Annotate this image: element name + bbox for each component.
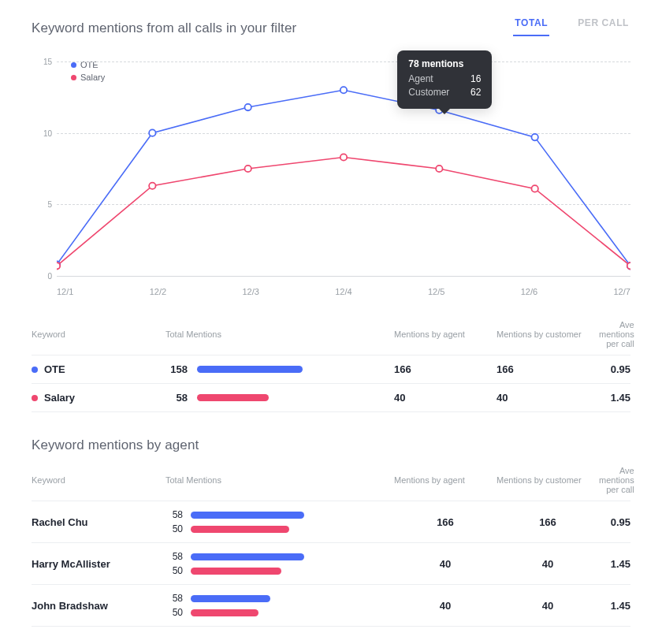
agent-pink-bar: [191, 568, 281, 575]
x-tick-label: 12/6: [521, 287, 537, 296]
chart-line-ote: [57, 90, 630, 266]
agent-avg: 0.95: [599, 516, 630, 528]
chart-point[interactable]: [436, 166, 442, 172]
table-row: Rachel Chu58501661660.95: [32, 501, 630, 543]
total-bar: [197, 366, 303, 373]
agent-blue-value: 58: [166, 593, 183, 604]
keyword-name: Salary: [44, 392, 75, 404]
y-tick-label: 0: [35, 272, 52, 281]
col-total-mentions: Total Mentions: [166, 329, 394, 339]
chart-point[interactable]: [57, 262, 60, 269]
keyword-table: Keyword Total Mentions Mentions by agent…: [32, 314, 630, 412]
x-tick-label: 12/7: [614, 287, 630, 296]
keyword-dot-icon: [32, 395, 38, 401]
tab-total[interactable]: TOTAL: [513, 17, 549, 36]
chart-line-salary: [57, 157, 630, 266]
col-avg: Ave mentions per call: [599, 320, 634, 348]
x-tick-label: 12/3: [243, 287, 259, 296]
agent-name: John Bradshaw: [32, 600, 108, 612]
agent-avg: 1.45: [599, 600, 630, 612]
total-value: 58: [166, 392, 188, 404]
agent-blue-bar: [191, 595, 270, 602]
tab-per-call[interactable]: PER CALL: [576, 17, 630, 36]
agent-pink-value: 50: [166, 523, 183, 534]
agent-section-title: Keyword mentions by agent: [32, 437, 630, 453]
col-avg: Ave mentions per call: [599, 466, 634, 494]
agent-blue-value: 58: [166, 509, 183, 520]
agent-blue-bar: [191, 512, 304, 519]
table-row: Salary5840401.45: [32, 384, 630, 412]
chart-point[interactable]: [627, 262, 630, 269]
keyword-name: OTE: [44, 363, 65, 375]
agent-by-customer: 40: [496, 558, 599, 570]
tooltip-heading: 78 mentions: [408, 58, 481, 69]
col-total-mentions: Total Mentions: [166, 475, 394, 485]
chart-point[interactable]: [340, 154, 347, 160]
agent-by-agent: 40: [394, 600, 496, 612]
mentions-by-agent: 40: [394, 392, 496, 404]
agent-blue-value: 58: [166, 551, 183, 562]
agent-by-agent: 40: [394, 558, 496, 570]
agent-blue-bar: [191, 553, 304, 560]
avg-mentions: 1.45: [599, 392, 630, 404]
col-by-customer: Mentions by customer: [496, 329, 599, 339]
keyword-dot-icon: [32, 367, 38, 373]
agent-by-customer: 166: [496, 516, 599, 528]
y-tick-label: 5: [35, 200, 52, 209]
tooltip-agent-label: Agent: [408, 73, 433, 86]
chart-point[interactable]: [149, 183, 155, 189]
x-tick-label: 12/1: [57, 287, 73, 296]
total-bar: [197, 394, 269, 401]
agent-by-agent: 166: [394, 516, 496, 528]
x-tick-label: 12/5: [428, 287, 444, 296]
col-keyword: Keyword: [32, 329, 166, 339]
mentions-chart: OTE Salary 051015 12/112/212/312/412/512…: [32, 55, 630, 307]
agent-pink-bar: [191, 609, 258, 616]
agent-name: Harry McAllister: [32, 558, 110, 570]
view-tabs: TOTAL PER CALL: [513, 17, 630, 36]
chart-point[interactable]: [340, 87, 347, 93]
agent-pink-bar: [191, 526, 289, 533]
tooltip-agent-value: 16: [470, 73, 481, 86]
table-row: OTE1581661660.95: [32, 356, 630, 384]
y-tick-label: 10: [35, 128, 52, 137]
y-tick-label: 15: [35, 58, 52, 66]
col-by-customer: Mentions by customer: [496, 475, 599, 485]
mentions-by-customer: 40: [496, 392, 599, 404]
chart-tooltip: 78 mentions Agent16 Customer62: [397, 50, 492, 109]
chart-point[interactable]: [531, 185, 537, 192]
agent-table: Keyword Total Mentions Mentions by agent…: [32, 460, 630, 627]
col-by-agent: Mentions by agent: [394, 475, 496, 485]
tooltip-customer-label: Customer: [408, 86, 449, 99]
agent-pink-value: 50: [166, 607, 183, 618]
mentions-by-customer: 166: [496, 363, 599, 375]
col-keyword: Keyword: [32, 475, 166, 485]
agent-avg: 1.45: [599, 558, 630, 570]
table-row: Harry McAllister585040401.45: [32, 543, 630, 585]
table-row: John Bradshaw585040401.45: [32, 585, 630, 627]
x-tick-label: 12/4: [335, 287, 351, 296]
x-tick-label: 12/2: [150, 287, 166, 296]
agent-name: Rachel Chu: [32, 516, 88, 528]
avg-mentions: 0.95: [599, 363, 630, 375]
agent-by-customer: 40: [496, 600, 599, 612]
page-title: Keyword mentions from all calls in your …: [32, 20, 296, 36]
total-value: 158: [166, 363, 188, 375]
tooltip-customer-value: 62: [470, 86, 481, 99]
chart-point[interactable]: [244, 166, 251, 172]
agent-pink-value: 50: [166, 565, 183, 576]
chart-point[interactable]: [149, 129, 155, 136]
mentions-by-agent: 166: [394, 363, 496, 375]
col-by-agent: Mentions by agent: [394, 329, 496, 339]
chart-point[interactable]: [531, 134, 537, 140]
chart-point[interactable]: [244, 104, 251, 110]
